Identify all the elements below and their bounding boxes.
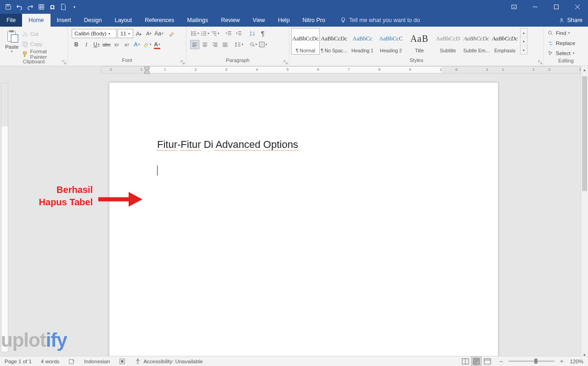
status-accessibility[interactable]: Accessibility: Unavailable (130, 356, 207, 366)
vertical-scrollbar[interactable]: ▴ ▾ (581, 66, 588, 359)
style-tile--normal[interactable]: AaBbCcDc¶ Normal (291, 28, 320, 55)
align-left-button[interactable] (190, 40, 199, 49)
table-icon[interactable] (36, 1, 47, 12)
bold-button[interactable]: B (72, 40, 81, 49)
cut-button[interactable]: Cut (22, 29, 65, 39)
tab-mailings[interactable]: Mailings (181, 14, 215, 27)
style-tile-emphasis[interactable]: AaBbCcDcEmphasis (491, 28, 519, 55)
close-button[interactable] (567, 0, 588, 14)
text-effects-button[interactable]: A▾ (132, 40, 141, 49)
tab-references[interactable]: References (138, 14, 181, 27)
chevron-down-icon[interactable]: ▾ (520, 37, 527, 46)
grow-font-button[interactable]: A▴ (134, 29, 143, 38)
select-button[interactable]: Select▾ (548, 49, 575, 58)
paste-button[interactable]: Paste ▾ (3, 28, 21, 53)
increase-indent-button[interactable] (234, 29, 243, 38)
ruler-vertical[interactable] (1, 83, 8, 352)
save-icon[interactable] (3, 1, 14, 12)
view-web-layout[interactable] (482, 356, 493, 366)
shading-button[interactable]: ▾ (248, 40, 257, 49)
svg-point-14 (191, 31, 192, 32)
tab-layout[interactable]: Layout (108, 14, 139, 27)
numbering-button[interactable]: 123▾ (200, 29, 209, 38)
view-read-mode[interactable] (460, 356, 471, 366)
copy-button[interactable]: Copy (22, 39, 65, 49)
zoom-in-button[interactable]: + (558, 358, 565, 365)
scroll-up-icon[interactable]: ▴ (581, 66, 588, 73)
decrease-indent-button[interactable] (224, 29, 233, 38)
indent-marker[interactable] (144, 67, 150, 74)
minimize-button[interactable] (525, 0, 546, 14)
font-launcher[interactable] (180, 60, 185, 65)
scroll-thumb[interactable] (582, 76, 587, 191)
style-tile-heading-2[interactable]: AaBbCcCHeading 2 (377, 28, 405, 55)
view-print-layout[interactable] (471, 356, 482, 366)
styles-launcher[interactable] (537, 60, 543, 65)
format-painter-button[interactable]: Format Painter (22, 50, 65, 59)
tab-design[interactable]: Design (78, 14, 108, 27)
clipboard-launcher[interactable] (61, 60, 67, 65)
redo-icon[interactable] (25, 1, 36, 12)
tab-home[interactable]: Home (22, 14, 50, 27)
superscript-button[interactable]: x2 (122, 40, 131, 49)
style-tile-subtle-em-[interactable]: AaBbCcDcSubtle Em... (462, 28, 491, 55)
find-button[interactable]: Find▾ (548, 28, 570, 38)
justify-button[interactable] (220, 40, 230, 49)
style-tile-title[interactable]: AaBTitle (405, 28, 434, 55)
highlight-button[interactable]: ▾ (142, 40, 152, 49)
tab-view[interactable]: View (246, 14, 271, 27)
change-case-button[interactable]: Aa▾ (154, 29, 164, 38)
align-center-button[interactable] (200, 40, 209, 49)
status-words[interactable]: 4 words (36, 356, 64, 366)
ribbon-display-icon[interactable] (503, 0, 525, 14)
tab-file[interactable]: File (0, 14, 22, 27)
paragraph-launcher[interactable] (283, 60, 288, 65)
tab-review[interactable]: Review (215, 14, 246, 27)
style-gallery-scroll[interactable]: ▴ ▾ ▾ (520, 28, 527, 55)
chevron-up-icon[interactable]: ▴ (520, 28, 527, 37)
style-expand-icon[interactable]: ▾ (520, 46, 527, 54)
new-doc-icon[interactable] (58, 1, 69, 12)
bullets-button[interactable]: ▾ (190, 29, 199, 38)
share-button[interactable]: Share (559, 14, 582, 27)
ruler-horizontal[interactable]: 2 1 1 2 3 4 5 6 7 8 9 10 11 12 13 14 15 … (101, 66, 581, 73)
style-tile--no-spac-[interactable]: AaBbCcDc¶ No Spac... (320, 28, 348, 55)
tell-me-search[interactable]: Tell me what you want to do (340, 14, 420, 27)
undo-icon[interactable] (14, 1, 25, 12)
sort-button[interactable]: AZ (248, 29, 257, 38)
borders-button[interactable]: ▾ (258, 40, 267, 49)
tab-help[interactable]: Help (271, 14, 296, 27)
status-macro-icon[interactable] (114, 356, 130, 366)
strikethrough-button[interactable]: abc (102, 40, 111, 49)
zoom-out-button[interactable]: − (498, 358, 505, 365)
style-tile-heading-1[interactable]: AaBbCcHeading 1 (348, 28, 377, 55)
qat-more-icon[interactable]: ▾ (69, 1, 80, 12)
align-right-button[interactable] (210, 40, 220, 49)
zoom-slider[interactable] (509, 360, 554, 362)
zoom-slider-thumb[interactable] (534, 359, 537, 364)
tab-insert[interactable]: Insert (51, 14, 78, 27)
clear-formatting-button[interactable] (167, 29, 176, 38)
replace-button[interactable]: Replace (548, 39, 575, 48)
font-color-button[interactable]: A▾ (153, 40, 162, 49)
subscript-button[interactable]: x2 (112, 40, 121, 49)
font-size-combo[interactable]: 11▾ (118, 29, 133, 38)
multilevel-button[interactable]: ▾ (210, 29, 220, 38)
show-marks-button[interactable]: ¶ (258, 29, 267, 38)
tab-nitro-pro[interactable]: Nitro Pro (296, 14, 332, 27)
ruler-horizontal-area: 2 1 1 2 3 4 5 6 7 8 9 10 11 12 13 14 15 … (0, 66, 581, 74)
document-page[interactable]: Fitur-Fitur Di Advanced Options (109, 83, 498, 359)
accessibility-icon (135, 358, 141, 365)
underline-button[interactable]: U▾ (92, 40, 101, 49)
italic-button[interactable]: I (82, 40, 91, 49)
maximize-button[interactable] (546, 0, 567, 14)
status-proofing-icon[interactable] (64, 356, 79, 366)
style-tile-subtitle[interactable]: AaBbCcDSubtitle (434, 28, 462, 55)
font-name-combo[interactable]: Calibri (Body)▾ (72, 29, 117, 38)
shrink-font-button[interactable]: A▾ (144, 29, 153, 38)
symbol-icon[interactable]: Ω (47, 1, 58, 12)
line-spacing-button[interactable]: ▾ (234, 40, 243, 49)
status-language[interactable]: Indonesian (79, 356, 114, 366)
status-page[interactable]: Page 1 of 1 (0, 356, 36, 366)
zoom-level[interactable]: 120% (565, 359, 588, 364)
